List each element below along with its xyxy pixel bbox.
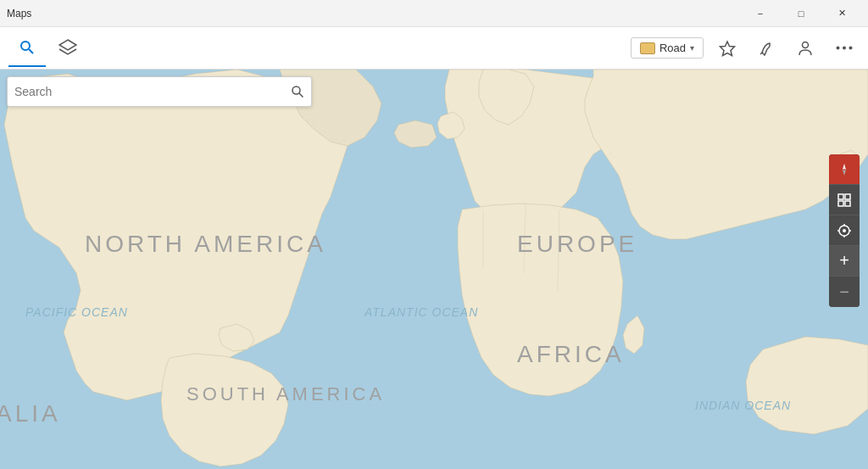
svg-marker-3 [721, 42, 735, 56]
tab-search[interactable] [8, 30, 46, 67]
search-input[interactable] [14, 85, 291, 98]
svg-line-26 [299, 93, 303, 98]
compass-button[interactable] [829, 154, 860, 185]
search-tab-icon [19, 40, 35, 55]
svg-rect-15 [838, 194, 843, 199]
svg-point-0 [21, 42, 30, 50]
title-bar: Maps − □ ✕ [0, 0, 868, 27]
close-button[interactable]: ✕ [822, 0, 861, 27]
svg-point-6 [837, 47, 840, 50]
favorites-icon [719, 40, 736, 57]
svg-rect-18 [845, 201, 850, 206]
svg-rect-17 [838, 201, 843, 206]
road-chevron-icon: ▾ [690, 43, 694, 53]
search-box [7, 76, 312, 107]
ink-icon [758, 40, 775, 57]
people-icon [797, 40, 814, 57]
grid-view-button[interactable] [829, 185, 860, 215]
map-controls: + − [829, 154, 860, 307]
svg-point-20 [843, 229, 846, 232]
toolbar: Road ▾ [0, 27, 868, 70]
zoom-in-button[interactable]: + [829, 246, 860, 276]
svg-point-7 [843, 47, 846, 50]
toolbar-left [8, 30, 86, 67]
title-bar-left: Maps [7, 8, 31, 20]
svg-marker-13 [843, 164, 846, 170]
svg-rect-16 [845, 194, 850, 199]
svg-point-25 [292, 87, 300, 94]
more-icon [836, 46, 853, 50]
tab-layers[interactable] [49, 30, 86, 67]
zoom-out-button[interactable]: − [829, 276, 860, 307]
map-svg [0, 70, 868, 469]
layers-tab-icon [58, 38, 77, 57]
svg-line-1 [29, 49, 33, 53]
grid-icon [837, 193, 852, 208]
search-panel [0, 70, 319, 114]
locate-icon [837, 223, 852, 238]
maximize-button[interactable]: □ [782, 0, 821, 27]
toolbar-right: Road ▾ [631, 33, 860, 64]
window-controls: − □ ✕ [741, 0, 861, 27]
search-icon [291, 85, 304, 98]
minimize-button[interactable]: − [741, 0, 780, 27]
road-icon [640, 42, 655, 54]
svg-point-5 [803, 42, 809, 47]
compass-icon [837, 162, 852, 177]
road-label: Road [659, 42, 686, 54]
svg-point-8 [849, 47, 853, 50]
people-button[interactable] [790, 33, 821, 64]
road-view-button[interactable]: Road ▾ [631, 37, 704, 59]
svg-marker-2 [59, 40, 76, 50]
more-button[interactable] [829, 33, 860, 64]
map-area[interactable]: Arctic Ocean NORTH AMERICA EUROPE AFRICA… [0, 70, 868, 469]
app-title: Maps [7, 8, 31, 20]
ink-button[interactable] [751, 33, 782, 64]
svg-marker-14 [843, 170, 846, 176]
favorites-button[interactable] [712, 33, 743, 64]
locate-me-button[interactable] [829, 215, 860, 246]
search-submit-button[interactable] [291, 85, 304, 98]
